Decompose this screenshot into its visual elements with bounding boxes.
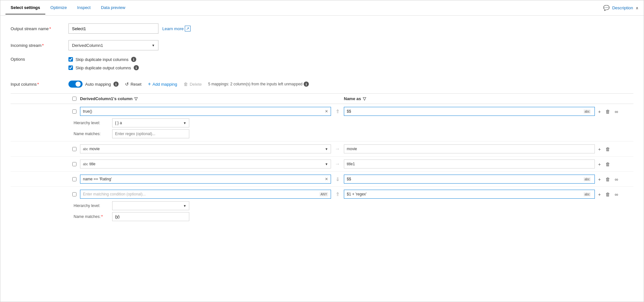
- skip-duplicate-input-info-icon[interactable]: ℹ: [131, 57, 136, 62]
- add-mapping-button[interactable]: + Add mapping: [148, 80, 177, 88]
- status-info-icon[interactable]: ℹ: [304, 82, 309, 87]
- auto-mapping-toggle[interactable]: [68, 81, 83, 88]
- clear-icon[interactable]: ✕: [325, 177, 328, 181]
- row2-checkbox-cell: [68, 147, 80, 151]
- mapping-toolbar: Auto mapping ℹ ↺ Reset + Add mapping 🗑 D…: [68, 80, 309, 88]
- row4-chain-button[interactable]: ∞: [613, 176, 620, 183]
- clear-icon[interactable]: ✕: [325, 109, 328, 114]
- row1-target-input[interactable]: $$ abc: [344, 107, 595, 116]
- row5-add-button[interactable]: +: [597, 191, 602, 198]
- expand-up-icon[interactable]: ⇑: [335, 191, 340, 197]
- row1-checkbox[interactable]: [72, 109, 76, 114]
- row1-namematches-row: Name matches:: [68, 128, 633, 139]
- row1-add-button[interactable]: +: [597, 108, 602, 115]
- main-content: Output stream name* Learn more ↗ Incomin…: [0, 16, 644, 302]
- row3-add-button[interactable]: +: [597, 161, 602, 168]
- input-columns-label: Input columns*: [11, 82, 68, 87]
- output-stream-name-input[interactable]: [68, 23, 158, 34]
- row3-source-input[interactable]: abctitle ▼: [80, 160, 331, 168]
- row1-namematches-input-cell: [112, 129, 189, 138]
- chevron-down-icon: ▼: [152, 44, 155, 47]
- row1-expand-cell: ⇑: [331, 108, 344, 115]
- skip-duplicate-output-checkbox[interactable]: [68, 65, 73, 70]
- skip-duplicate-input-row: Skip duplicate input columns ℹ: [68, 57, 139, 62]
- description-button[interactable]: 💬 Description ∧: [603, 5, 639, 11]
- row4-actions-cell: + 🗑 ∞: [595, 176, 633, 183]
- row4-add-button[interactable]: +: [597, 176, 602, 183]
- target-filter-icon[interactable]: ▽: [363, 96, 366, 101]
- tab-data-preview[interactable]: Data preview: [96, 1, 130, 14]
- mapping-status: 5 mappings: 2 column(s) from the inputs …: [208, 82, 309, 87]
- chevron-down-icon: ▼: [325, 147, 328, 151]
- reset-button[interactable]: ↺ Reset: [125, 80, 141, 88]
- row3-checkbox[interactable]: [72, 162, 76, 166]
- row4-delete-button[interactable]: 🗑: [604, 176, 612, 183]
- row1-delete-button[interactable]: 🗑: [604, 108, 612, 115]
- table-row: abctitle ▼ → title1: [68, 159, 633, 169]
- row5-hierarchy-input: ▼: [112, 201, 189, 210]
- row2-arrow-cell: →: [331, 146, 344, 152]
- mappings-table: DerivedColumn1's column ▽ Name as ▽: [11, 94, 633, 224]
- row5-sub-fields: Hierarchy level: ▼ Name matches:*: [68, 200, 633, 222]
- select-all-checkbox[interactable]: [72, 97, 76, 101]
- expand-up-icon[interactable]: ⇑: [335, 108, 340, 115]
- tab-select-settings[interactable]: Select settings: [5, 1, 45, 14]
- row4-target-input[interactable]: $$ abc: [344, 175, 595, 184]
- row1-hierarchy-row: Hierarchy level: { } a ▼: [68, 117, 633, 128]
- row5-target-input[interactable]: $1 + 'regex' abc: [344, 190, 595, 199]
- table-row: name == 'Rating' ✕ ⇓ $$ abc: [68, 174, 633, 185]
- source-column-header: DerivedColumn1's column ▽: [80, 96, 331, 101]
- row1-source-input[interactable]: true() ✕: [80, 107, 331, 116]
- row2-actions-cell: + 🗑: [595, 146, 633, 152]
- row3-checkbox-cell: [68, 162, 80, 166]
- chevron-down-icon: ▼: [183, 121, 186, 125]
- row5-checkbox[interactable]: [72, 192, 76, 196]
- skip-duplicate-output-label: Skip duplicate output columns: [76, 65, 131, 70]
- delete-button[interactable]: 🗑 Delete: [183, 80, 202, 88]
- row1-chain-button[interactable]: ∞: [613, 108, 620, 115]
- table-row: Enter matching condition (optional)... A…: [68, 189, 633, 200]
- skip-duplicate-input-checkbox[interactable]: [68, 57, 73, 62]
- row2-target-cell: movie: [344, 144, 595, 153]
- row2-source-input[interactable]: abcmovie ▼: [80, 144, 331, 153]
- row2-target-input[interactable]: movie: [344, 144, 595, 153]
- row1-hierarchy-select[interactable]: { } a ▼: [112, 118, 189, 127]
- output-stream-name-row: Output stream name* Learn more ↗: [11, 23, 633, 34]
- tab-inspect[interactable]: Inspect: [72, 1, 96, 14]
- row5-actions-cell: + 🗑 ∞: [595, 191, 633, 198]
- row3-source-cell: abctitle ▼: [80, 160, 331, 168]
- row1-namematches-input[interactable]: [112, 129, 189, 138]
- row4-source-input[interactable]: name == 'Rating' ✕: [80, 175, 331, 184]
- comment-icon: 💬: [603, 5, 610, 11]
- chevron-down-icon: ▼: [325, 162, 328, 166]
- tab-optimize[interactable]: Optimize: [45, 1, 72, 14]
- skip-duplicate-output-row: Skip duplicate output columns ℹ: [68, 65, 139, 70]
- incoming-stream-label: Incoming stream*: [11, 43, 68, 48]
- learn-more-link[interactable]: Learn more ↗: [162, 26, 191, 31]
- auto-mapping-info-icon[interactable]: ℹ: [113, 82, 119, 87]
- row1-source-cell: true() ✕: [80, 107, 331, 116]
- reset-label: Reset: [130, 82, 141, 87]
- output-stream-name-label: Output stream name*: [11, 26, 68, 31]
- row2-add-button[interactable]: +: [597, 146, 602, 152]
- skip-duplicate-output-info-icon[interactable]: ℹ: [134, 65, 139, 70]
- row5-source-input[interactable]: Enter matching condition (optional)... A…: [80, 190, 331, 199]
- row5-namematches-label: Name matches:*: [74, 214, 112, 219]
- auto-mapping-toggle-group: Auto mapping ℹ: [68, 81, 119, 88]
- row2-checkbox[interactable]: [72, 147, 76, 151]
- expand-down-icon[interactable]: ⇓: [335, 176, 340, 182]
- options-control: Skip duplicate input columns ℹ Skip dupl…: [68, 57, 139, 73]
- row3-target-cell: title1: [344, 160, 595, 168]
- incoming-stream-select[interactable]: DerivedColumn1 ▼: [68, 40, 158, 50]
- source-filter-icon[interactable]: ▽: [134, 96, 138, 101]
- row5-namematches-input[interactable]: [112, 212, 189, 221]
- row3-delete-button[interactable]: 🗑: [604, 161, 612, 168]
- target-column-header: Name as ▽: [344, 96, 595, 101]
- row5-delete-button[interactable]: 🗑: [604, 191, 612, 198]
- row4-checkbox[interactable]: [72, 177, 76, 181]
- row3-target-input[interactable]: title1: [344, 160, 595, 168]
- row2-delete-button[interactable]: 🗑: [604, 146, 612, 152]
- row5-chain-button[interactable]: ∞: [613, 191, 620, 198]
- trash-icon: 🗑: [183, 82, 188, 87]
- row5-hierarchy-select[interactable]: ▼: [112, 201, 189, 210]
